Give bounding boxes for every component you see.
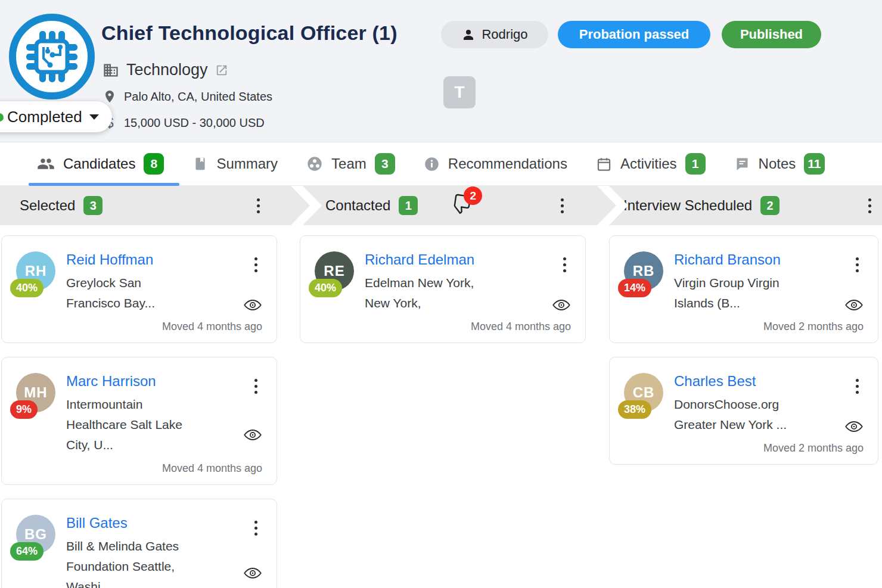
- tab-count-badge: 1: [685, 153, 706, 175]
- tab-summary[interactable]: Summary: [192, 142, 278, 186]
- tab-label: Team: [331, 155, 367, 172]
- stage-menu-kebab-icon[interactable]: [557, 195, 567, 217]
- tab-notes[interactable]: Notes 11: [734, 142, 825, 186]
- stage-menu-kebab-icon[interactable]: [865, 195, 875, 217]
- page-title: Chief Technological Officer (1): [101, 21, 397, 45]
- stage-header-contacted: Contacted 1 2: [303, 186, 616, 225]
- match-score-badge: 14%: [618, 279, 651, 297]
- candidate-name-link[interactable]: Bill Gates: [66, 515, 198, 531]
- tab-label: Candidates: [63, 155, 135, 172]
- shortcut-tile: T: [443, 76, 476, 108]
- external-link-icon[interactable]: [215, 64, 228, 77]
- card-menu-kebab-icon[interactable]: [852, 254, 862, 276]
- card-menu-kebab-icon[interactable]: [852, 375, 862, 397]
- candidate-card[interactable]: RH 40% Reid Hoffman Greylock San Francis…: [1, 235, 277, 343]
- tab-candidates[interactable]: Candidates 8: [37, 142, 164, 186]
- info-icon: [424, 156, 440, 172]
- candidate-card[interactable]: CB 38% Charles Best DonorsChoose.org Gre…: [609, 357, 878, 465]
- map-pin-icon: [103, 89, 117, 104]
- pipeline-stage-strip: Selected 3 Contacted 1 2 Interview Sched…: [0, 186, 882, 225]
- stage-column-interview-scheduled: RB 14% Richard Branson Virgin Group Virg…: [609, 235, 878, 465]
- tab-activities[interactable]: Activities 1: [596, 142, 706, 186]
- candidate-company: Virgin Group Virgin Islands (B...: [674, 273, 806, 313]
- candidate-company: Greylock San Francisco Bay...: [66, 273, 198, 313]
- candidate-company: Edelman New York, New York,: [365, 273, 497, 313]
- eye-preview-icon[interactable]: [243, 566, 262, 580]
- status-dropdown[interactable]: Completed: [0, 101, 112, 132]
- tab-label: Activities: [620, 155, 677, 172]
- stage-header-interview-scheduled: Interview Scheduled 2: [609, 186, 882, 225]
- disqualified-count-badge: 2: [464, 186, 482, 205]
- tab-count-badge: 11: [804, 153, 824, 175]
- match-score-badge: 9%: [10, 400, 38, 419]
- job-header: Completed Chief Technological Officer (1…: [0, 0, 882, 142]
- location-label: Palo Alto, CA, United States: [124, 90, 272, 104]
- eye-preview-icon[interactable]: [243, 428, 262, 442]
- stage-menu-kebab-icon[interactable]: [253, 195, 263, 217]
- tab-team[interactable]: Team 3: [306, 142, 395, 186]
- candidate-card[interactable]: MH 9% Marc Harrison Intermountain Health…: [1, 357, 277, 485]
- stage-column-selected: RH 40% Reid Hoffman Greylock San Francis…: [1, 235, 277, 588]
- tab-label: Summary: [216, 155, 278, 172]
- stage-count-badge: 3: [83, 196, 103, 215]
- salary-label: 15,000 USD - 30,000 USD: [124, 116, 265, 130]
- bookmark-icon: [192, 156, 208, 172]
- people-icon: [37, 155, 55, 173]
- tab-count-badge: 8: [144, 153, 164, 175]
- moved-timestamp: Moved 2 months ago: [624, 442, 864, 455]
- card-menu-kebab-icon[interactable]: [560, 254, 570, 276]
- stage-name: Selected: [20, 197, 75, 214]
- company-logo-icon: [8, 13, 95, 100]
- eye-preview-icon[interactable]: [552, 298, 571, 312]
- candidate-name-link[interactable]: Charles Best: [674, 373, 806, 390]
- candidate-name-link[interactable]: Marc Harrison: [66, 373, 198, 390]
- tag-probation-passed[interactable]: Probation passed: [558, 21, 710, 48]
- kanban-board: RH 40% Reid Hoffman Greylock San Francis…: [0, 225, 882, 588]
- tab-label: Recommendations: [448, 155, 567, 172]
- candidate-company: Intermountain Healthcare Salt Lake City,…: [66, 394, 198, 455]
- match-score-badge: 64%: [10, 542, 44, 561]
- tab-label: Notes: [759, 155, 796, 172]
- candidate-card[interactable]: RB 14% Richard Branson Virgin Group Virg…: [609, 235, 878, 343]
- card-menu-kebab-icon[interactable]: [251, 517, 261, 539]
- tag-published[interactable]: Published: [722, 21, 821, 48]
- stage-name: Contacted: [325, 197, 390, 214]
- candidate-company: Bill & Melinda Gates Foundation Seattle,…: [66, 536, 198, 588]
- comment-icon: [734, 156, 750, 172]
- moved-timestamp: Moved 4 months ago: [16, 321, 262, 333]
- tab-count-badge: 3: [375, 153, 395, 175]
- building-icon: [103, 62, 119, 79]
- stage-column-contacted: RE 40% Richard Edelman Edelman New York,…: [300, 235, 586, 343]
- stage-name: Interview Scheduled: [623, 197, 752, 214]
- status-dot: [0, 113, 4, 122]
- candidate-name-link[interactable]: Richard Edelman: [365, 251, 497, 268]
- chevron-down-icon: [89, 114, 99, 120]
- status-dropdown-label: Completed: [7, 108, 82, 126]
- card-menu-kebab-icon[interactable]: [251, 254, 261, 276]
- recruiter-chip[interactable]: Rodrigo: [441, 21, 548, 48]
- card-menu-kebab-icon[interactable]: [251, 375, 261, 397]
- candidate-name-link[interactable]: Reid Hoffman: [66, 251, 198, 268]
- eye-preview-icon[interactable]: [844, 298, 864, 312]
- recruiter-name: Rodrigo: [482, 27, 527, 42]
- department-label[interactable]: Technology: [126, 61, 208, 79]
- candidate-card[interactable]: RE 40% Richard Edelman Edelman New York,…: [300, 235, 586, 343]
- candidate-company: DonorsChoose.org Greater New York ...: [674, 394, 806, 435]
- calendar-icon: [596, 156, 612, 172]
- tabs-bar: Candidates 8 Summary Team 3 Recommendati…: [0, 142, 882, 186]
- candidate-card[interactable]: BG 64% Bill Gates Bill & Melinda Gates F…: [1, 499, 277, 588]
- disqualified-indicator[interactable]: 2: [449, 192, 475, 219]
- eye-preview-icon[interactable]: [844, 419, 864, 434]
- moved-timestamp: Moved 4 months ago: [16, 462, 262, 475]
- person-icon: [461, 27, 476, 42]
- moved-timestamp: Moved 4 months ago: [315, 321, 571, 333]
- eye-preview-icon[interactable]: [243, 298, 262, 312]
- stage-header-selected: Selected 3: [0, 186, 310, 225]
- group-donut-icon: [306, 155, 323, 172]
- match-score-badge: 40%: [10, 279, 44, 297]
- match-score-badge: 40%: [309, 279, 342, 297]
- stage-count-badge: 2: [760, 196, 779, 215]
- tab-recommendations[interactable]: Recommendations: [424, 142, 567, 186]
- match-score-badge: 38%: [618, 400, 651, 419]
- candidate-name-link[interactable]: Richard Branson: [674, 251, 806, 268]
